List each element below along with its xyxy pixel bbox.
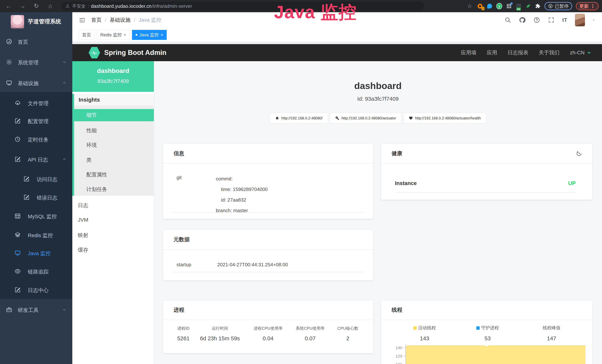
git-branch-line: branch: master — [216, 205, 268, 216]
bookmark-star-icon[interactable]: ☆ — [466, 2, 473, 10]
breadcrumb-infra[interactable]: 基础设施 — [110, 17, 130, 23]
process-col-uptime-label: 运行时间 — [194, 326, 246, 331]
monitor-icon — [14, 250, 21, 256]
extension-leaf-icon[interactable] — [525, 3, 531, 9]
tag-java-monitor[interactable]: Java 监控 × — [132, 30, 167, 40]
git-id-line: id: 27aa832 — [216, 195, 268, 205]
sidebar-item-devtools[interactable]: 研发工具 — [0, 304, 72, 315]
avatar-caret-icon[interactable]: ▾ — [593, 18, 595, 22]
sba-menu-mappings[interactable]: 映射 — [72, 229, 154, 241]
help-icon[interactable] — [533, 17, 540, 23]
sidebar-item-config[interactable]: 配置管理 — [0, 116, 72, 126]
service-url-link[interactable]: http://192.168.0.2:48080/ — [270, 113, 328, 124]
sba-instance-header[interactable]: dashboard 93a3fc7f7409 — [72, 61, 154, 92]
sba-menu-environment[interactable]: 环境 — [74, 139, 154, 151]
app-logo[interactable] — [11, 15, 24, 28]
sidebar-item-redis[interactable]: Redis 监控 — [0, 230, 72, 240]
sba-menu-metrics[interactable]: 性能 — [74, 124, 154, 137]
health-card-title: 健康 — [392, 150, 402, 157]
extension-grid-icon[interactable] — [506, 3, 512, 9]
sidebar-item-infra[interactable]: 基础设施 — [0, 78, 72, 88]
legend-peak-threads: 线程峰值 — [526, 325, 578, 331]
sba-menu-config-props[interactable]: 配置属性 — [74, 169, 154, 181]
close-icon[interactable]: × — [124, 32, 126, 37]
sidebar-item-error-log[interactable]: 错误日志 — [0, 192, 72, 203]
github-icon[interactable] — [519, 17, 526, 23]
row-divider — [395, 193, 576, 193]
browser-forward-button[interactable]: → — [19, 2, 26, 10]
font-size-icon[interactable]: tT — [562, 17, 567, 23]
sidebar-item-file[interactable]: 文件管理 — [0, 98, 72, 108]
edit-icon — [14, 118, 21, 124]
security-label: 不安全 — [72, 3, 86, 9]
sba-menu-classes[interactable]: 类 — [74, 154, 154, 166]
extensions-puzzle-icon[interactable] — [535, 3, 541, 9]
info-row-label: git — [176, 175, 182, 181]
breadcrumb-home[interactable]: 首页 — [91, 17, 102, 23]
tag-redis-monitor[interactable]: Redis 监控 × — [97, 30, 130, 40]
sba-nav-wallboard[interactable]: 应用墙 — [461, 49, 476, 56]
tag-label: Java 监控 — [139, 32, 159, 38]
sidebar-item-job[interactable]: 定时任务 — [0, 134, 72, 144]
sba-menu-section-insights[interactable]: Insights — [74, 94, 154, 106]
sidebar-item-system[interactable]: 系统管理 — [0, 57, 72, 67]
actuator-url-link[interactable]: http://192.168.0.2:48080/actuator — [330, 113, 402, 124]
instance-links: http://192.168.0.2:48080/ http://192.168… — [154, 113, 602, 124]
sidebar-item-log-center[interactable]: 日志中心 — [0, 285, 72, 295]
extension-pin-icon[interactable] — [487, 3, 493, 9]
sba-nav-applications[interactable]: 应用 — [487, 49, 497, 56]
profile-paused-chip[interactable]: 😲 已暂停 — [545, 2, 572, 10]
browser-reload-button[interactable]: ↻ — [33, 2, 40, 10]
sba-nav-about[interactable]: 关于我们 — [539, 49, 559, 56]
sba-locale-label: zh-CN — [570, 50, 585, 56]
sidebar-item-home[interactable]: 首页 — [0, 36, 72, 47]
health-url-link[interactable]: http://192.168.0.2:48080/actuator/health — [403, 113, 486, 124]
sba-menu-caches[interactable]: 缓存 — [72, 244, 154, 256]
search-icon[interactable] — [505, 17, 511, 23]
threads-card: 线程 活动线程 守护进程 线程峰值 143 53 147 140 120 100 — [381, 300, 592, 364]
metadata-card-title: 元数据 — [173, 236, 190, 243]
table-icon — [14, 213, 21, 219]
user-avatar[interactable] — [575, 14, 585, 26]
sba-menu-logs[interactable]: 日志 — [72, 199, 154, 212]
sba-brand[interactable]: Spring Boot Admin — [104, 44, 166, 61]
browser-home-button[interactable]: ⌂ — [46, 2, 54, 10]
extension-y-icon[interactable]: y — [496, 3, 502, 9]
sidebar-item-api-log[interactable]: API 日志 — [0, 154, 72, 164]
edit-icon — [14, 287, 21, 293]
url-host: dashboard.yudao.iocoder.cn — [91, 3, 152, 9]
sba-locale-select[interactable]: zh-CN — [570, 50, 592, 56]
wrench-icon — [335, 116, 339, 120]
process-col-cores-label: CPU核心数 — [327, 326, 368, 331]
extension-orange-icon[interactable]: 1 — [477, 3, 483, 9]
browser-back-button[interactable]: ← — [5, 2, 12, 10]
close-icon[interactable]: × — [161, 32, 163, 37]
process-uptime-value: 6d 23h 15m 59s — [194, 335, 246, 342]
sidebar-item-mysql[interactable]: MySQL 监控 — [0, 211, 72, 221]
edit-icon — [23, 194, 30, 201]
history-icon[interactable] — [576, 150, 582, 157]
browser-update-button[interactable]: 更新 ⋮ — [576, 2, 599, 10]
sidebar-item-access-log[interactable]: 访问日志 — [0, 174, 72, 184]
address-bar[interactable]: ⚠ 不安全 dashboard.yudao.iocoder.cn /infra/… — [61, 2, 425, 11]
health-url-text: http://192.168.0.2:48080/actuator/health — [415, 116, 481, 120]
instance-id-line: Id: 93a3fc7f7409 — [154, 96, 602, 102]
fullscreen-icon[interactable] — [548, 17, 555, 23]
sba-menu-scheduled-tasks[interactable]: 计划任务 — [74, 183, 154, 195]
sidebar-item-trace[interactable]: 链路追踪 — [0, 266, 72, 277]
tag-home[interactable]: 首页 — [79, 30, 95, 40]
sba-menu-jvm[interactable]: JVM — [72, 214, 154, 226]
sba-instance-id: 93a3fc7f7409 — [72, 78, 154, 84]
sidebar-item-java[interactable]: Java 监控 — [0, 248, 72, 258]
edit-icon — [23, 176, 30, 182]
tags-view-bar: 首页 Redis 监控 × Java 监控 × — [72, 28, 602, 42]
sidebar-collapse-icon[interactable] — [79, 17, 86, 24]
extension-on-icon[interactable]: on — [516, 3, 522, 9]
sba-logo-icon[interactable] — [89, 47, 100, 58]
sba-instance-name: dashboard — [72, 67, 154, 74]
sba-nav: 应用墙 应用 日志报表 关于我们 zh-CN — [461, 44, 592, 61]
paused-emoji: 😲 — [548, 3, 553, 9]
actuator-url-text: http://192.168.0.2:48080/actuator — [342, 116, 396, 120]
sba-menu-details[interactable]: 细节 — [72, 109, 154, 121]
sba-nav-journal[interactable]: 日志报表 — [508, 49, 528, 56]
